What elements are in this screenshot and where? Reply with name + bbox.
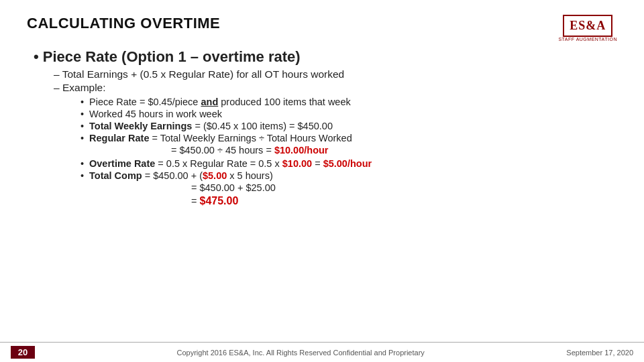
total-comp-line3: = $475.00	[191, 195, 617, 207]
footer: 20 Copyright 2016 ES&A, Inc. All Rights …	[0, 342, 644, 362]
total-comp-red: $5.00	[203, 170, 227, 181]
main-bullet: • Piece Rate (Option 1 – overtime rate)	[34, 48, 617, 66]
total-comp-final: $475.00	[200, 195, 239, 206]
total-weekly-earnings-value: = ($0.45 x 100 items) = $450.00	[192, 121, 333, 131]
logo-subtitle: STAFF AUGMENTATION	[558, 37, 617, 42]
copyright-text: Copyright 2016 ES&A, Inc. All Rights Res…	[35, 349, 566, 357]
logo: ES&A STAFF AUGMENTATION	[558, 15, 617, 42]
regular-rate-highlight: $10.00/hour	[274, 145, 329, 156]
inner-bullet-5: • Overtime Rate = 0.5 x Regular Rate = 0…	[80, 158, 617, 169]
total-comp-label: Total Comp	[89, 170, 142, 181]
bullet-dot: •	[34, 48, 39, 66]
worked-text: Worked 45 hours in work week	[89, 109, 222, 119]
overtime-rate-label: Overtime Rate	[89, 158, 155, 169]
sub-bullet-1: – Total Earnings + (0.5 x Regular Rate) …	[54, 68, 617, 80]
overtime-rate-val: $10.00	[282, 158, 312, 169]
inner-bullets-list: • Piece Rate = $0.45/piece and produced …	[80, 97, 617, 207]
inner-bullet-6: • Total Comp = $450.00 + ($5.00 x 5 hour…	[80, 170, 617, 181]
header: CALCULATING OVERTIME ES&A STAFF AUGMENTA…	[27, 15, 617, 42]
overtime-rate-suffix: = 0.5 x Regular Rate = 0.5 x	[155, 158, 282, 169]
inner-bullet-2: • Worked 45 hours in work week	[80, 109, 617, 119]
and-text: and	[201, 97, 218, 107]
regular-rate-label: Regular Rate	[89, 133, 149, 143]
inner-bullet-1: • Piece Rate = $0.45/piece and produced …	[80, 97, 617, 107]
regular-rate-suffix: = Total Weekly Earnings ÷ Total Hours Wo…	[149, 133, 352, 143]
total-weekly-earnings-label: Total Weekly Earnings	[89, 121, 192, 131]
inner-bullet-3: • Total Weekly Earnings = ($0.45 x 100 i…	[80, 121, 617, 131]
page-title: CALCULATING OVERTIME	[27, 15, 220, 32]
regular-rate-line2: = $450.00 ÷ 45 hours = $10.00/hour	[171, 145, 617, 156]
overtime-highlight: $5.00/hour	[323, 158, 372, 169]
slide: CALCULATING OVERTIME ES&A STAFF AUGMENTA…	[0, 0, 644, 362]
page-number: 20	[11, 346, 35, 359]
footer-date: September 17, 2020	[566, 349, 633, 357]
content-area: • Piece Rate (Option 1 – overtime rate) …	[27, 48, 617, 207]
logo-text: ES&A	[563, 15, 612, 37]
main-bullet-text: Piece Rate (Option 1 – overtime rate)	[43, 48, 301, 66]
inner-bullet-4: • Regular Rate = Total Weekly Earnings ÷…	[80, 133, 617, 143]
total-comp-line2: = $450.00 + $25.00	[191, 182, 617, 193]
sub-bullet-2: – Example:	[54, 82, 617, 94]
